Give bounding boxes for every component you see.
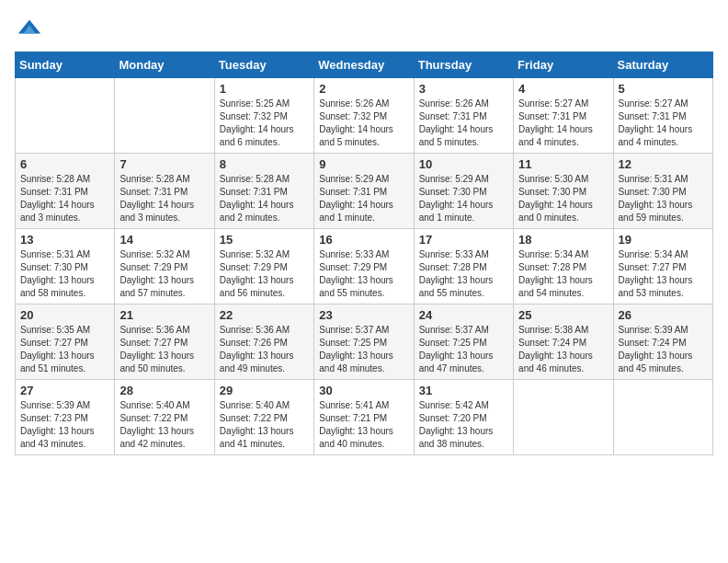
day-info: Sunrise: 5:38 AMSunset: 7:24 PMDaylight:… (518, 325, 593, 373)
calendar-cell: 29Sunrise: 5:40 AMSunset: 7:22 PMDayligh… (214, 380, 313, 455)
calendar-cell: 17Sunrise: 5:33 AMSunset: 7:28 PMDayligh… (414, 229, 513, 304)
calendar-cell: 4Sunrise: 5:27 AMSunset: 7:31 PMDaylight… (514, 78, 613, 154)
weekday-header-sunday: Sunday (16, 52, 115, 78)
day-number: 10 (419, 157, 508, 171)
calendar-cell: 3Sunrise: 5:26 AMSunset: 7:31 PMDaylight… (414, 78, 513, 154)
calendar-week-4: 20Sunrise: 5:35 AMSunset: 7:27 PMDayligh… (16, 304, 713, 380)
day-number: 30 (319, 384, 408, 397)
weekday-header-saturday: Saturday (613, 52, 712, 78)
day-number: 31 (419, 384, 508, 397)
day-number: 3 (419, 82, 508, 96)
day-info: Sunrise: 5:29 AMSunset: 7:30 PMDaylight:… (419, 174, 494, 223)
day-number: 22 (220, 308, 309, 322)
calendar-cell: 21Sunrise: 5:36 AMSunset: 7:27 PMDayligh… (115, 304, 214, 380)
weekday-header-friday: Friday (514, 52, 613, 78)
day-number: 25 (518, 308, 608, 322)
calendar-week-1: 1Sunrise: 5:25 AMSunset: 7:32 PMDaylight… (16, 78, 713, 154)
calendar-cell: 5Sunrise: 5:27 AMSunset: 7:31 PMDaylight… (613, 78, 712, 154)
day-info: Sunrise: 5:26 AMSunset: 7:31 PMDaylight:… (419, 98, 494, 147)
calendar-week-2: 6Sunrise: 5:28 AMSunset: 7:31 PMDaylight… (16, 154, 713, 229)
day-info: Sunrise: 5:27 AMSunset: 7:31 PMDaylight:… (619, 98, 693, 147)
day-number: 27 (20, 384, 109, 397)
calendar-week-5: 27Sunrise: 5:39 AMSunset: 7:23 PMDayligh… (16, 380, 713, 455)
day-info: Sunrise: 5:37 AMSunset: 7:25 PMDaylight:… (319, 325, 393, 373)
calendar-cell: 26Sunrise: 5:39 AMSunset: 7:24 PMDayligh… (613, 304, 712, 380)
calendar-cell: 13Sunrise: 5:31 AMSunset: 7:30 PMDayligh… (16, 229, 115, 304)
weekday-header-tuesday: Tuesday (214, 52, 313, 78)
day-info: Sunrise: 5:39 AMSunset: 7:24 PMDaylight:… (619, 325, 693, 373)
weekday-header-row: SundayMondayTuesdayWednesdayThursdayFrid… (16, 52, 713, 78)
day-info: Sunrise: 5:32 AMSunset: 7:29 PMDaylight:… (220, 249, 294, 298)
day-info: Sunrise: 5:42 AMSunset: 7:20 PMDaylight:… (419, 400, 494, 449)
logo-icon (17, 15, 42, 40)
day-number: 14 (119, 233, 209, 247)
weekday-header-wednesday: Wednesday (314, 52, 414, 78)
day-info: Sunrise: 5:28 AMSunset: 7:31 PMDaylight:… (220, 174, 294, 223)
day-info: Sunrise: 5:32 AMSunset: 7:29 PMDaylight:… (119, 249, 194, 298)
day-info: Sunrise: 5:40 AMSunset: 7:22 PMDaylight:… (220, 400, 294, 449)
day-number: 18 (518, 233, 608, 247)
day-number: 16 (319, 233, 408, 247)
calendar-table: SundayMondayTuesdayWednesdayThursdayFrid… (15, 52, 713, 455)
day-number: 29 (220, 384, 309, 397)
day-number: 2 (319, 82, 408, 96)
day-number: 19 (619, 233, 708, 247)
day-number: 1 (220, 82, 309, 96)
calendar-cell: 1Sunrise: 5:25 AMSunset: 7:32 PMDaylight… (214, 78, 313, 154)
day-number: 23 (319, 308, 408, 322)
calendar-cell: 16Sunrise: 5:33 AMSunset: 7:29 PMDayligh… (314, 229, 414, 304)
calendar-cell: 7Sunrise: 5:28 AMSunset: 7:31 PMDaylight… (115, 154, 214, 229)
day-info: Sunrise: 5:37 AMSunset: 7:25 PMDaylight:… (419, 325, 494, 373)
day-number: 7 (119, 157, 209, 171)
day-info: Sunrise: 5:28 AMSunset: 7:31 PMDaylight:… (20, 174, 95, 223)
day-info: Sunrise: 5:36 AMSunset: 7:26 PMDaylight:… (220, 325, 294, 373)
calendar-cell: 20Sunrise: 5:35 AMSunset: 7:27 PMDayligh… (16, 304, 115, 380)
calendar-cell: 12Sunrise: 5:31 AMSunset: 7:30 PMDayligh… (613, 154, 712, 229)
calendar-cell: 28Sunrise: 5:40 AMSunset: 7:22 PMDayligh… (115, 380, 214, 455)
calendar-cell: 14Sunrise: 5:32 AMSunset: 7:29 PMDayligh… (115, 229, 214, 304)
calendar-cell: 6Sunrise: 5:28 AMSunset: 7:31 PMDaylight… (16, 154, 115, 229)
day-info: Sunrise: 5:36 AMSunset: 7:27 PMDaylight:… (119, 325, 194, 373)
calendar-cell: 10Sunrise: 5:29 AMSunset: 7:30 PMDayligh… (414, 154, 513, 229)
day-number: 21 (119, 308, 209, 322)
day-info: Sunrise: 5:31 AMSunset: 7:30 PMDaylight:… (20, 249, 95, 298)
day-info: Sunrise: 5:40 AMSunset: 7:22 PMDaylight:… (119, 400, 194, 449)
calendar-cell: 18Sunrise: 5:34 AMSunset: 7:28 PMDayligh… (514, 229, 613, 304)
day-info: Sunrise: 5:33 AMSunset: 7:28 PMDaylight:… (419, 249, 494, 298)
day-info: Sunrise: 5:34 AMSunset: 7:27 PMDaylight:… (619, 249, 693, 298)
calendar-cell: 31Sunrise: 5:42 AMSunset: 7:20 PMDayligh… (414, 380, 513, 455)
calendar-cell: 22Sunrise: 5:36 AMSunset: 7:26 PMDayligh… (214, 304, 313, 380)
day-number: 8 (220, 157, 309, 171)
calendar-cell: 23Sunrise: 5:37 AMSunset: 7:25 PMDayligh… (314, 304, 414, 380)
calendar-cell: 2Sunrise: 5:26 AMSunset: 7:32 PMDaylight… (314, 78, 414, 154)
calendar-cell: 8Sunrise: 5:28 AMSunset: 7:31 PMDaylight… (214, 154, 313, 229)
day-info: Sunrise: 5:27 AMSunset: 7:31 PMDaylight:… (518, 98, 593, 147)
day-info: Sunrise: 5:29 AMSunset: 7:31 PMDaylight:… (319, 174, 393, 223)
calendar-week-3: 13Sunrise: 5:31 AMSunset: 7:30 PMDayligh… (16, 229, 713, 304)
day-number: 4 (518, 82, 608, 96)
logo (15, 15, 42, 40)
calendar-cell: 27Sunrise: 5:39 AMSunset: 7:23 PMDayligh… (16, 380, 115, 455)
weekday-header-thursday: Thursday (414, 52, 513, 78)
calendar-cell: 24Sunrise: 5:37 AMSunset: 7:25 PMDayligh… (414, 304, 513, 380)
day-info: Sunrise: 5:35 AMSunset: 7:27 PMDaylight:… (20, 325, 95, 373)
day-info: Sunrise: 5:39 AMSunset: 7:23 PMDaylight:… (20, 400, 95, 449)
day-info: Sunrise: 5:26 AMSunset: 7:32 PMDaylight:… (319, 98, 393, 147)
weekday-header-monday: Monday (115, 52, 214, 78)
day-number: 26 (619, 308, 708, 322)
day-info: Sunrise: 5:31 AMSunset: 7:30 PMDaylight:… (619, 174, 693, 223)
day-number: 9 (319, 157, 408, 171)
day-number: 13 (20, 233, 109, 247)
calendar-cell (613, 380, 712, 455)
day-number: 28 (119, 384, 209, 397)
day-number: 15 (220, 233, 309, 247)
day-number: 12 (619, 157, 708, 171)
calendar-cell: 9Sunrise: 5:29 AMSunset: 7:31 PMDaylight… (314, 154, 414, 229)
day-number: 20 (20, 308, 109, 322)
day-number: 24 (419, 308, 508, 322)
day-number: 5 (619, 82, 708, 96)
day-number: 17 (419, 233, 508, 247)
day-info: Sunrise: 5:41 AMSunset: 7:21 PMDaylight:… (319, 400, 393, 449)
calendar-cell: 15Sunrise: 5:32 AMSunset: 7:29 PMDayligh… (214, 229, 313, 304)
calendar-cell (115, 78, 214, 154)
